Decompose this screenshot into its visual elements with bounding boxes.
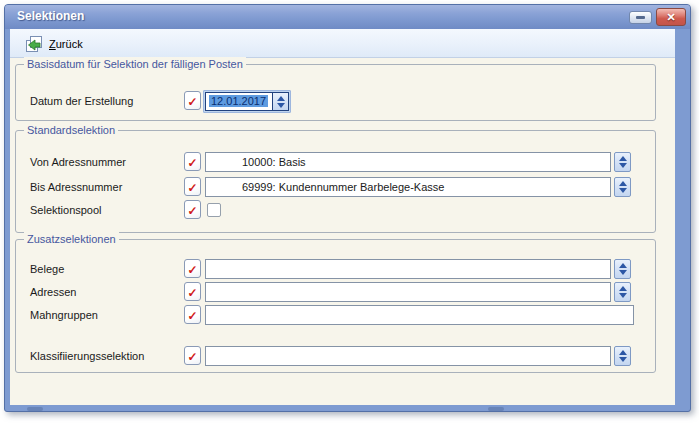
spin-down-icon [619, 357, 627, 362]
von-adressnummer-spinner-button[interactable] [614, 152, 631, 172]
klassifiierungsselektion-label: Klassifiierungsselektion [30, 346, 144, 366]
red-checkmark-icon: ✓ [187, 182, 197, 194]
spin-down-icon [277, 103, 285, 108]
group-basisdatum: Basisdatum für Selektion der fälligen Po… [15, 64, 656, 121]
row-von-adressnummer: Von Adressnummer ✓ 10000: Basis [16, 152, 655, 172]
close-button[interactable]: ✕ [656, 8, 686, 26]
datum-check-button[interactable]: ✓ [184, 91, 201, 110]
close-icon: ✕ [666, 12, 675, 23]
content-panel: Basisdatum für Selektion der fälligen Po… [10, 59, 675, 405]
spin-up-icon [619, 263, 627, 268]
red-checkmark-icon: ✓ [187, 157, 197, 169]
belege-spinner-button[interactable] [614, 259, 631, 279]
window-title: Selektionen [17, 5, 84, 28]
von-adressnummer-label: Von Adressnummer [30, 152, 126, 172]
datum-der-erstellung-field[interactable]: 12.01.2017 [203, 90, 291, 113]
mahngruppen-field[interactable] [205, 305, 634, 325]
klassifiierungsselektion-field[interactable] [205, 346, 611, 366]
row-bis-adressnummer: Bis Adressnummer ✓ 69999: Kundennummer B… [16, 177, 655, 197]
spin-up-icon [619, 286, 627, 291]
belege-field[interactable] [205, 259, 611, 279]
spin-down-icon [619, 293, 627, 298]
bis-adressnummer-field[interactable]: 69999: Kundennummer Barbelege-Kasse [205, 177, 611, 197]
group-zusatzselektionen-title: Zusatzselektionen [24, 232, 119, 246]
spin-down-icon [619, 163, 627, 168]
spin-down-icon [619, 270, 627, 275]
row-datum-der-erstellung: Datum der Erstellung ✓ 12.01.2017 [16, 91, 655, 111]
date-spinner-button[interactable] [272, 93, 288, 110]
back-arrow-pages-icon [25, 35, 43, 53]
dialog-client-area: Zurück Basisdatum für Selektion der fäll… [10, 29, 675, 405]
row-klassifiierungsselektion: Klassifiierungsselektion ✓ [16, 346, 655, 366]
row-adressen: Adressen ✓ [16, 282, 655, 302]
belege-check-button[interactable]: ✓ [184, 259, 201, 278]
row-belege: Belege ✓ [16, 259, 655, 279]
back-button[interactable]: Zurück [19, 32, 89, 55]
belege-label: Belege [30, 259, 64, 279]
resize-grip [488, 407, 504, 411]
minimize-button[interactable] [629, 11, 652, 24]
minimize-icon [636, 16, 645, 19]
selektionspool-checkbox[interactable] [207, 203, 221, 217]
selected-date-text: 12.01.2017 [209, 95, 268, 107]
group-basisdatum-title: Basisdatum für Selektion der fälligen Po… [24, 57, 246, 71]
red-checkmark-icon: ✓ [187, 205, 197, 217]
mahngruppen-check-button[interactable]: ✓ [184, 305, 201, 324]
group-zusatzselektionen: Zusatzselektionen Belege ✓ Adresse [15, 239, 656, 373]
red-checkmark-icon: ✓ [187, 264, 197, 276]
selektionspool-label: Selektionspool [30, 200, 102, 220]
spin-down-icon [619, 188, 627, 193]
selektionen-dialog: Selektionen ✕ Zurück Basisdatum für Sele… [4, 4, 691, 412]
red-checkmark-icon: ✓ [187, 96, 197, 108]
red-checkmark-icon: ✓ [187, 287, 197, 299]
bis-adressnummer-check-button[interactable]: ✓ [184, 177, 201, 196]
group-standardselektion: Standardselektion Von Adressnummer ✓ 100… [15, 130, 656, 233]
adressen-field[interactable] [205, 282, 611, 302]
adressen-spinner-button[interactable] [614, 282, 631, 302]
von-adressnummer-field[interactable]: 10000: Basis [205, 152, 611, 172]
spin-up-icon [619, 350, 627, 355]
spin-up-icon [619, 181, 627, 186]
row-mahngruppen: Mahngruppen ✓ [16, 305, 655, 325]
adressen-label: Adressen [30, 282, 76, 302]
spin-up-icon [277, 96, 285, 101]
spin-up-icon [619, 156, 627, 161]
bis-adressnummer-value: 69999: Kundennummer Barbelege-Kasse [206, 178, 610, 196]
date-value[interactable]: 12.01.2017 [206, 93, 272, 110]
red-checkmark-icon: ✓ [187, 310, 197, 322]
bis-adressnummer-label: Bis Adressnummer [30, 177, 122, 197]
toolbar: Zurück [10, 29, 675, 58]
group-standardselektion-title: Standardselektion [24, 123, 118, 137]
resize-grip [27, 407, 43, 411]
datum-der-erstellung-label: Datum der Erstellung [30, 91, 133, 111]
von-adressnummer-check-button[interactable]: ✓ [184, 152, 201, 171]
red-checkmark-icon: ✓ [187, 351, 197, 363]
klassifiierungsselektion-spinner-button[interactable] [614, 346, 631, 366]
selektionspool-check-button[interactable]: ✓ [184, 200, 201, 219]
adressen-check-button[interactable]: ✓ [184, 282, 201, 301]
row-selektionspool: Selektionspool ✓ [16, 200, 655, 220]
back-button-label: Zurück [49, 38, 83, 50]
von-adressnummer-value: 10000: Basis [206, 153, 610, 171]
klassifiierungsselektion-check-button[interactable]: ✓ [184, 346, 201, 365]
mahngruppen-label: Mahngruppen [30, 305, 98, 325]
window-bottom-frame [5, 405, 690, 413]
titlebar[interactable]: Selektionen ✕ [5, 5, 690, 29]
bis-adressnummer-spinner-button[interactable] [614, 177, 631, 197]
